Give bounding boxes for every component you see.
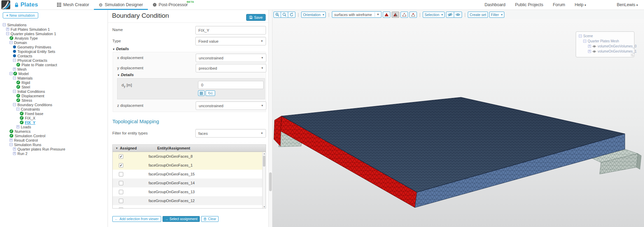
minus-icon[interactable]	[579, 34, 582, 38]
minus-icon[interactable]	[583, 40, 586, 43]
filter-button[interactable]: Filter▾	[489, 12, 504, 18]
tree-item-analysis-type[interactable]: Analysis Type	[0, 36, 108, 40]
dy-value-input[interactable]	[198, 81, 264, 89]
z-displacement-select[interactable]: unconstrained▼	[196, 101, 266, 110]
assigned-checkbox[interactable]	[119, 154, 123, 159]
expand-icon[interactable]	[6, 28, 9, 31]
show-marked-faces-button[interactable]	[409, 12, 417, 18]
tree-item-domain[interactable]: Domain	[0, 40, 108, 45]
tab-post-processor[interactable]: Post-Processor BETA	[148, 0, 193, 10]
inner-details-header[interactable]: ▼Details	[117, 73, 134, 77]
tree-item-physical-contacts[interactable]: Physical Contacts	[0, 58, 108, 62]
tree-item-contacts[interactable]: Contacts	[0, 54, 108, 58]
refresh-view-button[interactable]	[288, 12, 295, 18]
scroll-down-icon[interactable]: ▼	[263, 206, 266, 208]
tree-item-materials[interactable]: Materials	[0, 76, 108, 80]
table-row[interactable]: faceGroupOnGeoFaces_13	[113, 187, 266, 196]
assigned-checkbox[interactable]	[119, 208, 123, 209]
y-displacement-select[interactable]: prescribed▼	[196, 64, 266, 72]
table-input-button[interactable]	[198, 90, 205, 96]
entity-filter-select[interactable]: faces▼	[195, 129, 266, 138]
scene-volume-item[interactable]: volumeOnGeoVolumes_0	[579, 44, 634, 49]
collapse-icon[interactable]	[10, 72, 13, 75]
show-solid-faces-button[interactable]	[383, 12, 390, 18]
user-menu[interactable]: BenLewis▾	[617, 2, 638, 7]
expand-icon[interactable]	[10, 139, 13, 142]
scene-tree-overlay[interactable]: Scene Quarter Plates Mesh volumeOnGeoVol…	[576, 31, 634, 57]
table-row[interactable]: faceGroupOnGeoFaces_15	[113, 170, 266, 179]
tree-item-fix-y[interactable]: FIX_Y	[0, 120, 108, 125]
expand-icon[interactable]	[588, 50, 591, 53]
scrollbar-thumb[interactable]	[269, 172, 272, 191]
function-button[interactable]: f(x)	[206, 90, 215, 96]
save-button[interactable]: Save	[246, 14, 266, 21]
tree-item-full-plates-simulation-1[interactable]: Full Plates Simulation 1	[0, 27, 108, 31]
show-selection-button[interactable]	[454, 12, 462, 18]
details-header[interactable]: ▼Details	[112, 47, 129, 51]
expand-icon[interactable]	[13, 68, 16, 71]
clear-button[interactable]: Clear	[201, 216, 219, 222]
nav-dashboard[interactable]: Dashboard	[485, 2, 505, 7]
zoom-fit-button[interactable]	[281, 12, 288, 18]
name-input[interactable]	[195, 26, 266, 34]
orientation-button[interactable]: Orientation▾	[301, 12, 326, 18]
x-displacement-select[interactable]: unconstrained▼	[196, 54, 266, 62]
assigned-checkbox[interactable]	[119, 199, 123, 203]
add-selection-button[interactable]: ←Add selection from viewer	[112, 216, 161, 222]
scroll-up-icon[interactable]: ▲	[263, 153, 266, 155]
tree-item-simulation-runs[interactable]: Simulation Runs	[0, 142, 108, 147]
tree-item-mesh[interactable]: Mesh	[0, 67, 108, 71]
tree-item-fixed-base[interactable]: Fixed base	[0, 111, 108, 116]
show-half-faces-button[interactable]	[392, 12, 399, 18]
scene-volume-item[interactable]: volumeOnGeoVolumes_1	[579, 49, 634, 54]
new-simulation-button[interactable]: +New simulation	[3, 12, 38, 18]
tree-item-result-control[interactable]: Result Control	[0, 138, 108, 142]
tree-item-rigid[interactable]: Rigid	[0, 80, 108, 85]
tree-item-steel[interactable]: Steel	[0, 85, 108, 89]
table-row[interactable]: faceGroupOnGeoFaces_1	[113, 161, 266, 170]
assignment-table-header[interactable]: ▼ Assigned Entity/Assignment	[113, 145, 266, 152]
tree-item-quarter-plates-simulation-1[interactable]: Quarter plates Simulation 1	[0, 31, 108, 36]
collapse-icon[interactable]	[13, 76, 16, 80]
table-row[interactable]: faceGroupOnGeoFaces_12	[113, 196, 266, 205]
tree-item-quarter-plates-run-pressure[interactable]: Quarter plates Run Pressure	[0, 147, 108, 151]
tree-item-initial-conditions[interactable]: Initial Conditions	[0, 89, 108, 94]
tree-item-model[interactable]: Model	[0, 71, 108, 76]
collapse-icon[interactable]	[6, 32, 9, 35]
tree-item-numerics[interactable]: Numerics	[0, 129, 108, 133]
tree-item-geometry-primitives[interactable]: Geometry Primitives	[0, 45, 108, 49]
nav-public-projects[interactable]: Public Projects	[515, 2, 543, 7]
tree-item-stress[interactable]: Stress	[0, 98, 108, 102]
tree-item-plate-to-plate-contact[interactable]: Plate to Plate contact	[0, 62, 108, 67]
eye-icon[interactable]	[592, 50, 596, 53]
table-row[interactable]: faceGroupOnGeoFaces_11	[113, 205, 266, 209]
assigned-checkbox[interactable]	[119, 181, 123, 185]
expand-icon[interactable]	[13, 152, 16, 155]
tree-item-topological-entity-sets[interactable]: Topological Entity Sets	[0, 49, 108, 54]
tree-item-simulation-control[interactable]: Simulation Control	[0, 133, 108, 138]
collapse-icon[interactable]	[3, 23, 6, 26]
panel-scrollbar[interactable]	[268, 10, 272, 227]
hide-selection-button[interactable]	[446, 12, 454, 18]
expand-icon[interactable]	[16, 125, 19, 128]
tree-item-fix-x[interactable]: FIX_X	[0, 116, 108, 120]
assigned-checkbox[interactable]	[119, 172, 123, 176]
table-row[interactable]: faceGroupOnGeoFaces_8	[113, 152, 266, 161]
tree-item-constraints[interactable]: Constraints	[0, 107, 108, 111]
type-select[interactable]: Fixed value▼	[195, 37, 266, 45]
collapse-icon[interactable]	[16, 108, 19, 111]
scene-root-item[interactable]: Scene	[579, 33, 634, 39]
nav-forum[interactable]: Forum	[553, 2, 565, 7]
collapse-icon[interactable]	[13, 103, 16, 106]
nav-help[interactable]: Help▾	[575, 2, 586, 7]
create-set-button[interactable]: Create set	[468, 12, 488, 18]
selection-button[interactable]: Selection▾	[423, 12, 445, 18]
tab-simulation-designer[interactable]: ⚙ Simulation Designer	[94, 0, 148, 10]
tree-item-boundary-conditions[interactable]: Boundary Conditions	[0, 102, 108, 107]
expand-icon[interactable]	[588, 45, 591, 48]
tree-item-displacement[interactable]: Displacement	[0, 94, 108, 98]
collapse-icon[interactable]	[13, 59, 16, 62]
assigned-checkbox[interactable]	[119, 163, 123, 168]
scrollbar-thumb[interactable]	[263, 156, 265, 167]
table-scrollbar[interactable]: ▲ ▼	[262, 152, 266, 208]
